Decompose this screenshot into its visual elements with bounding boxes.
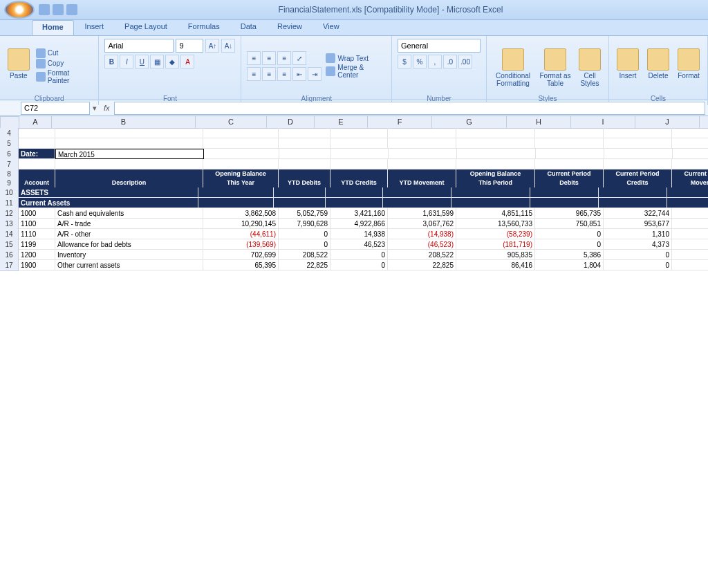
italic-button[interactable]: I: [120, 55, 133, 68]
cell-styles-button[interactable]: Cell Styles: [577, 48, 603, 84]
redo-icon[interactable]: [66, 4, 77, 15]
bold-button[interactable]: B: [104, 55, 118, 68]
delete-icon: [647, 48, 669, 71]
insert-icon: [617, 48, 639, 71]
cf-icon: [502, 48, 524, 71]
formula-bar[interactable]: [114, 102, 705, 115]
fill-color-button[interactable]: ◆: [165, 55, 179, 68]
column-header[interactable]: E: [315, 116, 368, 129]
group-font: Arial 9 A↑ A↓ B I U ▦ ◆ A Font: [99, 36, 241, 105]
brush-icon: [36, 72, 46, 82]
column-header[interactable]: B: [52, 116, 196, 129]
tab-formulas[interactable]: Formulas: [178, 20, 230, 35]
increase-indent-button[interactable]: ⇥: [308, 67, 322, 81]
format-painter-button[interactable]: Format Painter: [36, 69, 93, 84]
save-icon[interactable]: [39, 4, 50, 15]
decrease-indent-button[interactable]: ⇤: [292, 67, 306, 81]
tab-insert[interactable]: Insert: [75, 20, 114, 35]
name-box[interactable]: C72: [21, 102, 90, 115]
conditional-formatting-button[interactable]: Conditional Formatting: [492, 48, 534, 84]
merge-icon: [326, 66, 335, 76]
paste-button[interactable]: Paste: [6, 48, 32, 84]
align-top-button[interactable]: ≡: [247, 51, 261, 65]
group-number: General $ % , .0 .00 Number: [392, 36, 487, 105]
column-header[interactable]: A: [19, 116, 52, 129]
grid-body[interactable]: 456Date:March 2015788Opening BalanceOpen…: [0, 128, 708, 270]
namebox-dropdown-icon[interactable]: ▾: [90, 104, 100, 113]
merge-center-button[interactable]: Merge & Center: [326, 64, 386, 79]
table-icon: [544, 48, 566, 71]
worksheet: A B C D E F G H I J K 456Date:March 2015…: [0, 116, 708, 270]
title-bar: FinancialStatement.xls [Compatibility Mo…: [0, 0, 708, 20]
underline-button[interactable]: U: [135, 55, 149, 68]
number-format-combo[interactable]: General: [398, 39, 481, 53]
column-header[interactable]: F: [368, 116, 432, 129]
ribbon: Paste Cut Copy Format Painter Clipboard …: [0, 36, 708, 100]
wrap-text-button[interactable]: Wrap Text: [326, 53, 386, 63]
column-header[interactable]: J: [635, 116, 700, 129]
align-center-button[interactable]: ≡: [262, 67, 276, 81]
column-header[interactable]: K: [700, 116, 708, 129]
wrap-icon: [326, 53, 335, 63]
tab-home[interactable]: Home: [32, 20, 74, 35]
format-as-table-button[interactable]: Format as Table: [538, 48, 572, 84]
font-name-combo[interactable]: Arial: [104, 39, 174, 53]
column-header[interactable]: I: [571, 116, 635, 129]
paste-icon: [8, 48, 30, 71]
tab-review[interactable]: Review: [268, 20, 312, 35]
ribbon-tabs: Home Insert Page Layout Formulas Data Re…: [0, 20, 708, 36]
font-color-button[interactable]: A: [180, 55, 194, 68]
cut-button[interactable]: Cut: [36, 48, 93, 58]
group-cells: Insert Delete Format Cells: [609, 36, 708, 105]
group-alignment: ≡≡≡ ⤢ ≡≡≡ ⇤⇥ Wrap Text Merge & Center Al…: [241, 36, 392, 105]
align-middle-button[interactable]: ≡: [262, 51, 276, 65]
delete-cells-button[interactable]: Delete: [645, 48, 671, 84]
column-header[interactable]: D: [267, 116, 315, 129]
column-header[interactable]: C: [196, 116, 267, 129]
quick-access-toolbar: [39, 4, 77, 15]
format-cells-button[interactable]: Format: [676, 48, 702, 84]
column-header[interactable]: H: [507, 116, 571, 129]
insert-cells-button[interactable]: Insert: [615, 48, 641, 84]
styles-icon: [579, 48, 601, 71]
shrink-font-button[interactable]: A↓: [221, 39, 235, 53]
group-styles: Conditional Formatting Format as Table C…: [487, 36, 609, 105]
tab-page-layout[interactable]: Page Layout: [115, 20, 177, 35]
office-button[interactable]: [4, 1, 35, 19]
decrease-decimal-button[interactable]: .00: [458, 55, 472, 68]
tab-view[interactable]: View: [313, 20, 349, 35]
percent-button[interactable]: %: [413, 55, 427, 68]
tab-data[interactable]: Data: [231, 20, 266, 35]
currency-button[interactable]: $: [398, 55, 411, 68]
column-header[interactable]: G: [432, 116, 507, 129]
column-header-row: A B C D E F G H I J K: [0, 116, 708, 128]
orientation-button[interactable]: ⤢: [292, 51, 306, 65]
scissors-icon: [36, 48, 46, 58]
fx-icon[interactable]: fx: [104, 104, 110, 112]
group-clipboard: Paste Cut Copy Format Painter Clipboard: [0, 36, 99, 105]
align-bottom-button[interactable]: ≡: [277, 51, 291, 65]
copy-icon: [36, 59, 46, 68]
grow-font-button[interactable]: A↑: [205, 39, 219, 53]
undo-icon[interactable]: [53, 4, 64, 15]
border-button[interactable]: ▦: [150, 55, 164, 68]
window-title: FinancialStatement.xls [Compatibility Mo…: [77, 5, 704, 15]
align-left-button[interactable]: ≡: [247, 67, 261, 81]
copy-button[interactable]: Copy: [36, 59, 93, 68]
increase-decimal-button[interactable]: .0: [443, 55, 457, 68]
comma-button[interactable]: ,: [428, 55, 442, 68]
align-right-button[interactable]: ≡: [277, 67, 291, 81]
font-size-combo[interactable]: 9: [176, 39, 203, 53]
format-icon: [678, 48, 700, 71]
